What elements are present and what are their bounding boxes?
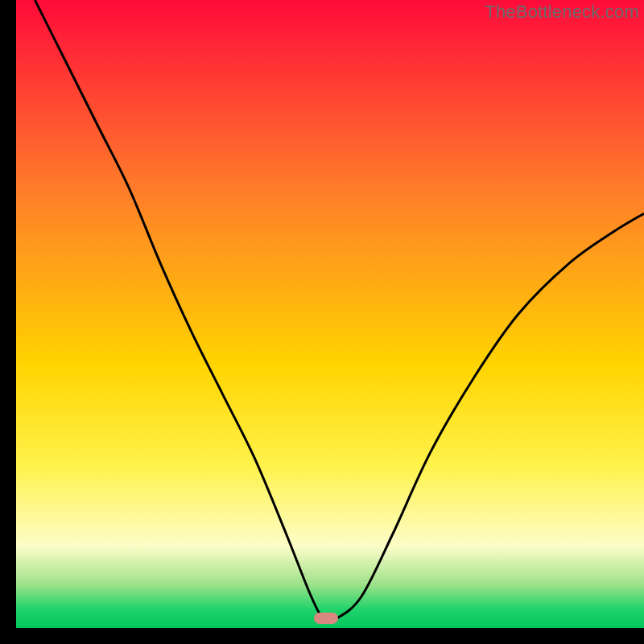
watermark-text: TheBottleneck.com xyxy=(485,2,639,23)
plot-area xyxy=(16,0,644,628)
chart-stage: TheBottleneck.com xyxy=(0,0,644,644)
optimal-point-marker xyxy=(314,613,338,624)
bottleneck-curve xyxy=(16,0,644,628)
